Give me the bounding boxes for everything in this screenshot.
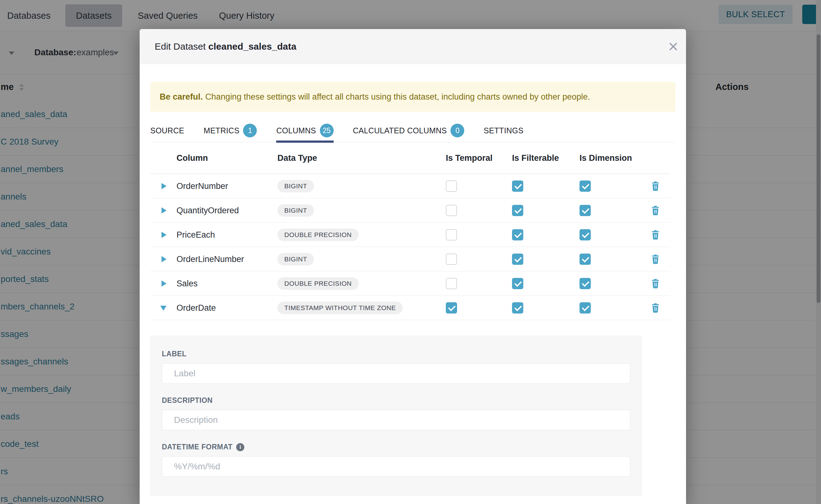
column-name: OrderLineNumber: [176, 247, 244, 271]
warning-banner: Be careful. Changing these settings will…: [150, 82, 675, 112]
warning-text: Changing these settings will affect all …: [205, 92, 590, 102]
tab-count-badge: 1: [243, 124, 257, 137]
data-type-badge: DOUBLE PRECISION: [277, 277, 358, 290]
is-filterable-checkbox[interactable]: [512, 302, 523, 314]
column-row-sales: SalesDOUBLE PRECISION: [150, 271, 670, 296]
tab-label: METRICS: [204, 126, 240, 135]
description-input[interactable]: [162, 410, 631, 430]
tab-source[interactable]: SOURCE: [150, 119, 184, 142]
is-dimension-checkbox[interactable]: [580, 254, 591, 265]
column-name: OrderNumber: [176, 174, 228, 198]
column-row-orderlinenumber: OrderLineNumberBIGINT: [150, 247, 670, 271]
is-filterable-checkbox[interactable]: [512, 254, 523, 265]
columns-table-header: Column Data Type Is Temporal Is Filterab…: [150, 142, 670, 174]
modal-header: Edit Dataset cleaned_sales_data: [140, 29, 686, 64]
column-detail-panel: LABEL DESCRIPTION DATETIME FORMAT i: [150, 336, 642, 496]
description-field-label: DESCRIPTION: [162, 396, 631, 405]
is-dimension-checkbox[interactable]: [580, 229, 591, 240]
warning-bold: Be careful.: [160, 92, 203, 102]
label-field-label: LABEL: [162, 350, 631, 358]
tab-count-badge: 0: [451, 124, 464, 137]
is-temporal-checkbox[interactable]: [446, 205, 457, 216]
columns-table-body: OrderNumberBIGINTQuantityOrderedBIGINTPr…: [150, 174, 670, 320]
is-filterable-checkbox[interactable]: [512, 278, 523, 289]
is-filterable-checkbox[interactable]: [512, 205, 523, 216]
column-row-ordernumber: OrderNumberBIGINT: [150, 174, 670, 198]
delete-column-trash-icon[interactable]: [651, 279, 660, 289]
is-temporal-checkbox[interactable]: [446, 229, 457, 240]
info-icon[interactable]: i: [236, 443, 244, 451]
data-type-badge: BIGINT: [277, 204, 314, 217]
column-name: OrderDate: [176, 296, 216, 320]
is-dimension-checkbox[interactable]: [580, 180, 591, 192]
delete-column-trash-icon[interactable]: [651, 254, 660, 264]
tab-settings[interactable]: SETTINGS: [484, 119, 523, 142]
is-temporal-checkbox[interactable]: [446, 180, 457, 192]
tab-label: SOURCE: [150, 126, 184, 135]
edit-dataset-modal: Edit Dataset cleaned_sales_data Be caref…: [140, 29, 686, 504]
header-data-type: Data Type: [277, 142, 317, 174]
header-is-dimension: Is Dimension: [580, 142, 632, 174]
is-temporal-checkbox[interactable]: [446, 302, 457, 314]
header-column: Column: [176, 142, 208, 174]
column-name: PriceEach: [176, 223, 215, 247]
is-temporal-checkbox[interactable]: [446, 278, 457, 289]
expand-caret-icon[interactable]: [161, 256, 166, 262]
datetime-format-input[interactable]: [162, 456, 631, 477]
tab-metrics[interactable]: METRICS1: [204, 119, 257, 142]
modal-tabs: SOURCEMETRICS1COLUMNS25CALCULATED COLUMN…: [150, 119, 675, 142]
column-name: QuantityOrdered: [176, 198, 239, 223]
modal-title-dataset-name: cleaned_sales_data: [208, 41, 296, 52]
expand-caret-icon[interactable]: [161, 280, 166, 287]
delete-column-trash-icon[interactable]: [651, 205, 660, 215]
delete-column-trash-icon[interactable]: [651, 181, 660, 191]
is-filterable-checkbox[interactable]: [512, 229, 523, 240]
data-type-badge: BIGINT: [277, 180, 314, 192]
expand-caret-icon[interactable]: [161, 232, 166, 238]
delete-column-trash-icon[interactable]: [651, 303, 660, 313]
modal-title: Edit Dataset cleaned_sales_data: [155, 29, 296, 64]
tab-label: COLUMNS: [276, 126, 316, 135]
column-row-priceeach: PriceEachDOUBLE PRECISION: [150, 223, 670, 247]
expand-caret-icon[interactable]: [161, 183, 166, 189]
datetime-format-field-label: DATETIME FORMAT i: [162, 443, 631, 451]
tab-label: CALCULATED COLUMNS: [353, 126, 447, 135]
is-temporal-checkbox[interactable]: [446, 254, 457, 265]
data-type-badge: DOUBLE PRECISION: [277, 229, 358, 241]
label-input[interactable]: [162, 363, 631, 384]
tab-calculated-columns[interactable]: CALCULATED COLUMNS0: [353, 119, 465, 142]
is-dimension-checkbox[interactable]: [580, 302, 591, 314]
column-name: Sales: [176, 271, 198, 296]
tab-label: SETTINGS: [484, 126, 523, 135]
close-icon[interactable]: [666, 40, 680, 53]
is-filterable-checkbox[interactable]: [512, 180, 523, 192]
header-is-temporal: Is Temporal: [446, 142, 493, 174]
header-is-filterable: Is Filterable: [512, 142, 559, 174]
column-row-orderdate: OrderDateTIMESTAMP WITHOUT TIME ZONE: [150, 296, 670, 320]
data-type-badge: BIGINT: [277, 253, 314, 265]
tab-columns[interactable]: COLUMNS25: [276, 119, 333, 142]
is-dimension-checkbox[interactable]: [580, 205, 591, 216]
delete-column-trash-icon[interactable]: [651, 230, 660, 240]
column-row-quantityordered: QuantityOrderedBIGINT: [150, 198, 670, 223]
is-dimension-checkbox[interactable]: [580, 278, 591, 289]
data-type-badge: TIMESTAMP WITHOUT TIME ZONE: [277, 302, 403, 314]
collapse-caret-icon[interactable]: [160, 306, 166, 311]
tab-count-badge: 25: [320, 124, 334, 137]
expand-caret-icon[interactable]: [161, 207, 166, 214]
